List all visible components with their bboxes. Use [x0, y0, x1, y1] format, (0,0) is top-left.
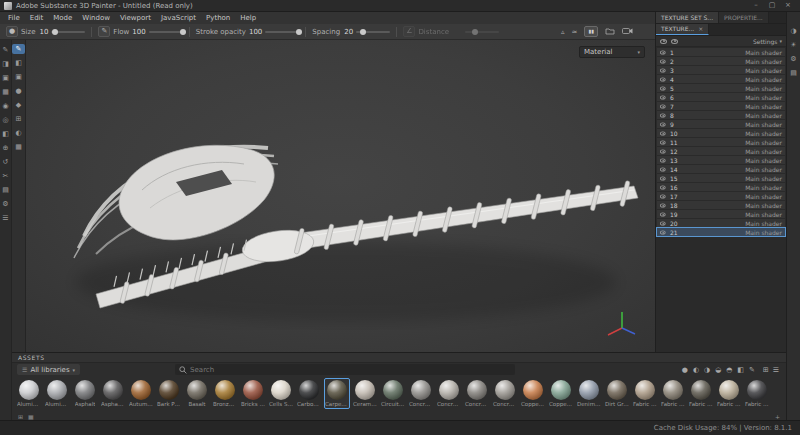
small-thumbnails-icon[interactable]: ⊞ — [18, 413, 23, 420]
asset-thumbnail[interactable]: Concrete S... — [492, 378, 518, 409]
list-view-icon[interactable]: ☰ — [773, 366, 779, 374]
asset-thumbnail[interactable]: Autumn Le... — [128, 378, 154, 409]
visibility-eye-icon[interactable] — [660, 113, 666, 117]
stroke-opacity-slider[interactable] — [265, 31, 299, 33]
asset-thumbnail[interactable]: Bark Pine — [156, 378, 182, 409]
brushes-filter-icon[interactable]: ✎ — [749, 366, 755, 374]
pause-engine-button[interactable]: ▮▮ — [584, 26, 598, 37]
menu-file[interactable]: File — [3, 12, 25, 24]
texture-set-row[interactable]: 18Main shader — [657, 201, 785, 209]
asset-search-box[interactable] — [175, 364, 515, 375]
menu-python[interactable]: Python — [201, 12, 235, 24]
texture-set-row[interactable]: 17Main shader — [657, 192, 785, 200]
visibility-eye-icon[interactable] — [660, 95, 666, 99]
settings-dock-icon[interactable]: ⚙ — [0, 199, 11, 209]
spacing-slider[interactable] — [356, 31, 390, 33]
visibility-eye-icon[interactable] — [660, 68, 666, 72]
size-slider[interactable] — [51, 31, 85, 33]
minimize-button[interactable]: – — [748, 0, 764, 11]
menu-window[interactable]: Window — [77, 12, 115, 24]
projection-tool-icon[interactable]: ▣ — [0, 73, 11, 83]
texture-set-row[interactable]: 14Main shader — [657, 165, 785, 173]
visibility-eye-icon[interactable] — [660, 131, 666, 135]
texture-set-row[interactable]: 1Main shader — [657, 48, 785, 56]
texture-set-row[interactable]: 12Main shader — [657, 147, 785, 155]
asset-thumbnail[interactable]: Fabric Kni... — [744, 378, 770, 409]
asset-thumbnail[interactable]: Aluminium — [16, 378, 42, 409]
menu-dock-icon[interactable]: ☰ — [0, 213, 11, 223]
visibility-eye-icon[interactable] — [660, 158, 666, 162]
tab-texture-set-settings[interactable]: TEXTURE SET S... — [656, 12, 719, 23]
texture-set-row[interactable]: 3Main shader — [657, 66, 785, 74]
eraser-tool-icon[interactable]: ◨ — [0, 59, 11, 69]
texture-set-row[interactable]: 7Main shader — [657, 102, 785, 110]
asset-thumbnail[interactable]: Carbon Fib... — [296, 378, 322, 409]
asset-thumbnail[interactable]: Fabric Cot... — [688, 378, 714, 409]
visibility-eye-icon[interactable] — [660, 212, 666, 216]
visibility-eye-icon[interactable] — [660, 140, 666, 144]
asset-thumbnail[interactable]: Copper Oxi... — [548, 378, 574, 409]
add-asset-button[interactable]: + — [775, 413, 780, 420]
asset-thumbnail[interactable]: Concrete D... — [464, 378, 490, 409]
visibility-eye-icon[interactable] — [660, 176, 666, 180]
menu-edit[interactable]: Edit — [25, 12, 49, 24]
asset-thumbnail[interactable]: Fabric Bar... — [632, 378, 658, 409]
paint-tool-icon[interactable]: ✎ — [0, 45, 11, 55]
menu-viewport[interactable]: Viewport — [115, 12, 156, 24]
asset-thumbnail[interactable]: Fabric Du... — [716, 378, 742, 409]
search-input[interactable] — [190, 366, 511, 374]
texture-set-row[interactable]: 4Main shader — [657, 75, 785, 83]
texture-set-row[interactable]: 2Main shader — [657, 57, 785, 65]
fill-mode-icon[interactable]: ◧ — [12, 58, 25, 68]
brush-mode-icon[interactable]: ✎ — [12, 44, 25, 54]
material-picker-icon[interactable]: ◧ — [0, 129, 11, 139]
display-settings-icon[interactable]: ◑ — [787, 26, 800, 36]
smart-masks-filter-icon[interactable]: ◑ — [704, 366, 710, 374]
visibility-eye-icon[interactable] — [660, 185, 666, 189]
grid-mode-icon[interactable]: ⊞ — [12, 114, 25, 124]
texture-set-row[interactable]: 20Main shader — [657, 219, 785, 227]
visibility-eye-icon[interactable] — [660, 230, 666, 234]
grid-view-icon[interactable]: ⊞ — [763, 366, 769, 374]
history-panel-icon[interactable]: ▤ — [787, 68, 800, 78]
visibility-eye-icon[interactable] — [660, 149, 666, 153]
camera-icon[interactable] — [622, 27, 633, 37]
library-dropdown[interactable]: ☰ All libraries ▾ — [17, 364, 80, 375]
cut-icon[interactable]: ✂ — [0, 171, 11, 181]
menu-javascript[interactable]: JavaScript — [156, 12, 201, 24]
smudge-tool-icon[interactable]: ◉ — [0, 101, 11, 111]
sphere-mode-icon[interactable]: ● — [12, 86, 25, 96]
asset-thumbnail[interactable]: Denim Blea... — [576, 378, 602, 409]
large-thumbnails-icon[interactable]: ▦ — [28, 413, 34, 420]
asset-thumbnail[interactable]: Ceramic G... — [352, 378, 378, 409]
visibility-eye-icon[interactable] — [660, 50, 666, 54]
half-mode-icon[interactable]: ◐ — [12, 128, 25, 138]
lazy-mouse-icon[interactable]: ≈ — [572, 28, 578, 36]
asset-thumbnail[interactable]: Cells Strin... — [268, 378, 294, 409]
asset-thumbnail[interactable]: Asphalt — [72, 378, 98, 409]
symmetry-icon[interactable]: ▵ — [561, 28, 565, 36]
menu-mode[interactable]: Mode — [48, 12, 77, 24]
visibility-eye-icon[interactable] — [660, 104, 666, 108]
texture-set-row[interactable]: 15Main shader — [657, 174, 785, 182]
camera-settings-icon[interactable]: ⚙ — [787, 54, 800, 64]
filters-filter-icon[interactable]: ◒ — [715, 366, 721, 374]
pencil-icon[interactable]: ✎ — [98, 26, 110, 37]
undo-icon[interactable]: ↺ — [0, 157, 11, 167]
texture-set-row[interactable]: 6Main shader — [657, 93, 785, 101]
smart-materials-filter-icon[interactable]: ◐ — [693, 366, 699, 374]
visibility-eye-icon[interactable] — [660, 167, 666, 171]
dock-panel-icon[interactable]: ▤ — [0, 185, 11, 195]
settings-dropdown[interactable]: Settings ▾ — [753, 38, 782, 45]
texture-set-row[interactable]: 21Main shader — [657, 228, 785, 236]
close-button[interactable]: × — [780, 0, 796, 11]
visibility-eye-icon[interactable] — [660, 77, 666, 81]
asset-thumbnail[interactable]: Dirt Grou... — [604, 378, 630, 409]
brush-tip-icon[interactable]: ● — [6, 26, 18, 37]
solo-column-eye-icon[interactable] — [671, 39, 678, 44]
materials-filter-icon[interactable]: ● — [682, 366, 688, 374]
folder-icon[interactable] — [605, 27, 615, 37]
flow-slider[interactable] — [149, 31, 183, 33]
asset-thumbnail[interactable]: Copper Pu... — [520, 378, 546, 409]
texture-set-row[interactable]: 10Main shader — [657, 129, 785, 137]
